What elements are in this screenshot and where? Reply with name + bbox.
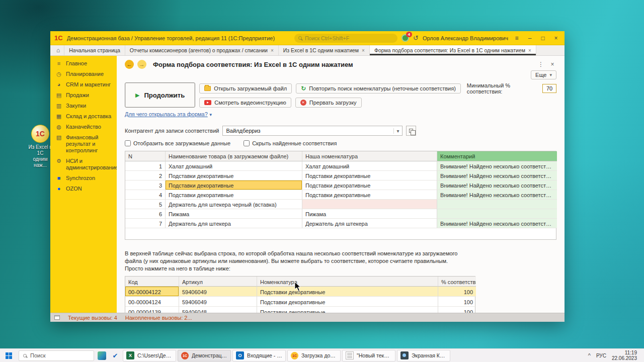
cell-our[interactable]: Пижама <box>302 209 437 219</box>
repeat-search-button[interactable]: ↻ Повторить поиск номенклатуры (неточные… <box>296 83 461 94</box>
show-all-checkbox-input[interactable] <box>125 140 131 146</box>
cell-nomenclature[interactable]: Подставки декоративные <box>257 307 438 313</box>
cell-our-empty[interactable] <box>302 200 437 209</box>
pinned-app-button[interactable]: ✔ <box>109 349 121 361</box>
close-tab-icon[interactable]: × <box>362 48 365 53</box>
column-header-comment[interactable]: Комментарий <box>437 151 557 161</box>
cell-n[interactable]: 7 <box>125 219 166 228</box>
column-header-match[interactable]: % соответствия <box>438 277 476 287</box>
start-button[interactable] <box>0 349 17 362</box>
cell-code[interactable]: 00-00004122 <box>125 287 179 297</box>
sidebar-item-synchrozon[interactable]: ■Synchrozon <box>50 173 117 184</box>
sidebar-item-purchases[interactable]: ▥Закупки <box>50 101 117 111</box>
cell-comment[interactable]: Внимание! Найдено несколько соответствий… <box>437 171 557 180</box>
cell-match[interactable]: 100 <box>438 307 476 313</box>
global-search-field[interactable]: Поиск Ctrl+Shift+F <box>294 34 397 43</box>
window-close-button[interactable]: × <box>551 35 560 42</box>
cell-source-selected[interactable]: Подставки декоративные <box>166 180 302 190</box>
current-user[interactable]: Орлов Александр Владимирович <box>423 35 508 41</box>
cell-n[interactable]: 1 <box>125 161 166 171</box>
tab-excel-to-1c[interactable]: Из Excel в 1С одним нажатием × <box>279 45 370 55</box>
min-match-input[interactable] <box>542 84 556 93</box>
taskbar-clock[interactable]: 11:19 22.06.2023 <box>612 350 637 361</box>
sidebar-item-main[interactable]: ≡Главное <box>50 58 117 69</box>
counterparty-open-button[interactable] <box>406 126 416 136</box>
video-button[interactable]: Смотреть видеоинструкцию <box>199 98 291 108</box>
cell-article[interactable]: 59406048 <box>179 307 257 313</box>
column-header-source[interactable]: Наименование товара (в загружаемом файле… <box>166 151 302 161</box>
cell-article[interactable]: 59406049 <box>179 287 257 297</box>
cell-source[interactable]: Держатель для штекера <box>166 219 302 228</box>
forward-button[interactable]: → <box>137 60 146 69</box>
column-header-n[interactable]: N <box>125 151 166 161</box>
cell-comment[interactable]: Внимание! Найдено несколько соответствий… <box>437 190 557 200</box>
language-indicator[interactable]: РУС <box>596 353 606 358</box>
history-icon[interactable]: ↺ <box>413 35 419 41</box>
form-close-icon[interactable]: × <box>548 61 556 68</box>
widgets-button[interactable] <box>96 349 108 361</box>
taskbar-search[interactable]: Поиск <box>19 350 94 361</box>
cell-comment[interactable]: Внимание! Найдено несколько соответствий… <box>437 161 557 171</box>
cell-our[interactable]: Халат домашний <box>302 161 437 171</box>
taskbar-app-outlook[interactable]: O Входящие - tech@... <box>232 350 286 361</box>
taskbar-app-1c-demo[interactable]: 1С Демонстрационна... <box>178 350 231 361</box>
cell-our[interactable]: Подставки декоративные <box>302 180 437 190</box>
taskbar-app-1c-load[interactable]: 1С Загрузка докумен... <box>287 350 341 361</box>
tab-commission-reports[interactable]: Отчеты комиссионеров (агентов) о продажа… <box>125 45 279 55</box>
cell-code[interactable]: 00-00004124 <box>125 297 179 307</box>
column-header-code[interactable]: Код <box>125 277 179 287</box>
tab-match-form[interactable]: Форма подбора соответствия: Из Excel в 1… <box>370 45 536 55</box>
cell-nomenclature[interactable]: Подставки декоративные <box>257 297 438 307</box>
cell-comment[interactable] <box>437 200 557 209</box>
hide-found-checkbox-input[interactable] <box>244 140 250 146</box>
cell-our[interactable]: Держатель для штекера <box>302 219 437 228</box>
dropdown-icon[interactable]: ▾ <box>393 128 399 134</box>
column-header-our[interactable]: Наша номенклатура <box>302 151 437 161</box>
sidebar-item-planning[interactable]: ◷Планирование <box>50 69 117 79</box>
window-minimize-button[interactable]: – <box>525 35 534 42</box>
cell-our[interactable]: Подставки декоративные <box>302 190 437 200</box>
desktop-shortcut-excel-to-1c[interactable]: 1С Из Excel в 1С одним наж... <box>27 125 53 168</box>
cell-code[interactable]: 00-00004139 <box>125 307 179 313</box>
window-maximize-button[interactable]: □ <box>538 35 547 42</box>
discussions-icon[interactable]: 4 <box>401 34 409 42</box>
taskbar-app-explorer[interactable]: X C:\Users\Денис\De... <box>123 350 176 361</box>
abort-button[interactable]: ✕ Прервать загрузку <box>295 98 362 108</box>
sidebar-item-administration[interactable]: ⚙НСИ и администрирование <box>50 156 117 173</box>
cell-our[interactable]: Подставки декоративные <box>302 171 437 180</box>
close-tab-icon[interactable]: × <box>528 48 531 53</box>
window-menu-button[interactable]: ≡ <box>512 35 521 42</box>
sidebar-item-warehouse[interactable]: ▦Склад и доставка <box>50 111 117 122</box>
sidebar-item-crm[interactable]: ◕CRM и маркетинг <box>50 79 117 90</box>
cell-comment[interactable] <box>437 209 557 219</box>
sidebar-item-finance[interactable]: ▧Финансовый результат и контроллинг <box>50 132 117 156</box>
cell-source[interactable]: Держатель для штекера черный (вставка) <box>166 200 302 209</box>
cell-n[interactable]: 5 <box>125 200 166 209</box>
taskbar-app-notepad[interactable]: "Новый текстовый... <box>342 350 395 361</box>
cell-source[interactable]: Пижама <box>166 209 302 219</box>
cell-comment[interactable]: Внимание! Найдено несколько соответствий… <box>437 180 557 190</box>
cell-comment[interactable]: Внимание! Найдено несколько соответствий… <box>437 219 557 228</box>
taskbar-app-camera[interactable]: Экранная Камера <box>397 350 450 361</box>
sidebar-item-sales[interactable]: ▤Продажи <box>50 90 117 101</box>
cell-source[interactable]: Халат домашний <box>166 161 302 171</box>
tab-start-page[interactable]: Начальная страница <box>64 45 125 55</box>
sidebar-item-ozon[interactable]: ●OZON <box>50 184 117 194</box>
hide-found-checkbox[interactable]: Скрыть найденные соответствия <box>244 140 337 146</box>
close-tab-icon[interactable]: × <box>271 48 274 53</box>
cell-source[interactable]: Подставки декоративные <box>166 171 302 180</box>
continue-button[interactable]: ▶ Продолжить <box>125 82 195 108</box>
column-header-nomenclature[interactable]: Номенклатура <box>257 277 438 287</box>
cell-source[interactable]: Подставки декоративные <box>166 190 302 200</box>
cell-match[interactable]: 100 <box>438 297 476 307</box>
counterparty-field[interactable]: Вайлдберриз ▾ <box>222 126 403 136</box>
cell-n[interactable]: 4 <box>125 190 166 200</box>
sidebar-item-treasury[interactable]: ◍Казначейство <box>50 122 117 132</box>
more-button[interactable]: Еще ▾ <box>531 70 556 79</box>
why-form-link[interactable]: Для чего открылась эта форма?▼ <box>125 111 213 117</box>
hidden-icons-button[interactable]: ^ <box>588 352 591 358</box>
cell-nomenclature[interactable]: Подставки декоративные <box>257 287 438 297</box>
cell-n[interactable]: 6 <box>125 209 166 219</box>
tab-home[interactable]: ⌂ <box>52 45 64 55</box>
cell-n[interactable]: 2 <box>125 171 166 180</box>
